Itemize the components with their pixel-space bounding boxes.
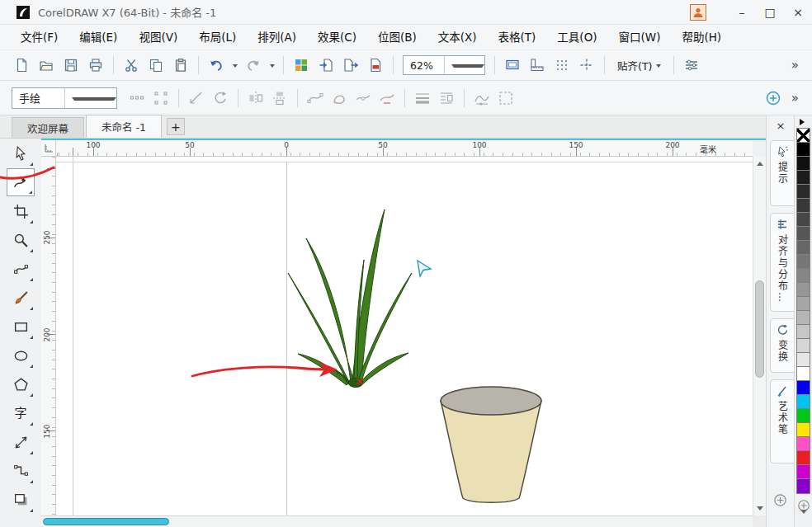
new-tab-button[interactable]: + [167, 118, 185, 135]
tool-freehand[interactable] [7, 168, 35, 196]
minimize-button[interactable]: – [728, 0, 756, 25]
menu-help[interactable]: 帮助(H) [671, 25, 732, 49]
preset-dropdown-button[interactable] [64, 88, 117, 108]
object-position-button[interactable] [126, 87, 148, 109]
full-screen-preview-button[interactable] [501, 54, 524, 77]
close-curve-button[interactable] [328, 87, 350, 109]
outline-width-button[interactable] [412, 87, 433, 109]
show-guidelines-button[interactable] [575, 54, 598, 77]
palette-swatch[interactable] [797, 157, 810, 171]
palette-swatch[interactable] [797, 199, 810, 213]
tool-ellipse[interactable] [7, 341, 35, 369]
export-button[interactable] [339, 54, 362, 77]
angle-of-rotation-button[interactable] [210, 87, 231, 109]
scale-factor-button[interactable] [186, 87, 207, 109]
menu-tools[interactable]: 工具(O) [546, 25, 607, 49]
tool-preset-combobox[interactable]: 手绘 [12, 87, 117, 109]
open-button[interactable] [35, 54, 58, 77]
palette-swatch[interactable] [797, 171, 810, 185]
palette-swatch[interactable] [797, 297, 810, 311]
undo-dropdown[interactable] [229, 54, 240, 77]
horizontal-scrollbar[interactable] [41, 515, 753, 527]
palette-swatch[interactable] [797, 185, 810, 199]
tab-untitled-1[interactable]: 未命名 -1 [86, 115, 162, 138]
quick-customize-add-button[interactable] [762, 87, 784, 109]
flower-pot-drawing[interactable] [441, 387, 541, 502]
publish-pdf-button[interactable] [364, 54, 387, 77]
palette-swatch-none[interactable] [797, 129, 810, 143]
palette-swatch[interactable] [797, 241, 810, 255]
palette-swatch[interactable] [797, 381, 810, 395]
object-size-button[interactable] [150, 87, 172, 109]
scroll-down-button[interactable] [753, 502, 767, 515]
paste-button[interactable] [169, 54, 192, 77]
tool-connector[interactable] [7, 457, 35, 485]
reduce-nodes-button[interactable] [376, 87, 398, 109]
palette-swatch[interactable] [797, 255, 810, 269]
palette-scroll-down-button[interactable] [800, 514, 807, 525]
ruler-origin-corner[interactable] [41, 140, 56, 157]
new-document-button[interactable] [10, 54, 33, 77]
palette-swatch[interactable] [797, 409, 810, 423]
menu-layout[interactable]: 布局(L) [188, 25, 247, 49]
menu-view[interactable]: 视图(V) [128, 25, 188, 49]
show-grid-button[interactable] [550, 54, 574, 77]
tool-shape-edit[interactable] [7, 255, 35, 283]
toolbar-overflow-button[interactable]: » [786, 58, 804, 73]
user-account-icon[interactable] [690, 4, 706, 21]
docker-tab-transform[interactable]: 变换 [770, 318, 794, 373]
tool-rectangle[interactable] [7, 313, 35, 341]
menu-table[interactable]: 表格(T) [488, 25, 547, 49]
maximize-button[interactable]: □ [756, 0, 784, 25]
mirror-vertical-button[interactable] [269, 87, 290, 109]
palette-swatch[interactable] [797, 451, 810, 465]
zoom-dropdown-button[interactable] [444, 56, 485, 74]
palette-swatch[interactable] [797, 353, 810, 367]
palette-swatch[interactable] [797, 465, 810, 479]
tab-welcome-screen[interactable]: 欢迎屏幕 [12, 117, 84, 138]
mirror-horizontal-button[interactable] [245, 87, 267, 109]
options-button[interactable] [680, 54, 703, 77]
palette-swatch[interactable] [797, 311, 810, 325]
tool-zoom[interactable] [7, 226, 35, 254]
tool-drop-shadow[interactable] [7, 486, 35, 514]
redo-button[interactable] [242, 54, 265, 77]
docker-tab-hints[interactable]: 提示 [770, 140, 794, 206]
docker-customize-button[interactable] [773, 493, 787, 507]
tool-pick[interactable] [7, 139, 35, 167]
zoom-level-combobox[interactable]: 62% [403, 55, 485, 75]
smooth-curve-button[interactable] [352, 87, 374, 109]
print-button[interactable] [84, 54, 107, 77]
snap-dropdown[interactable]: 贴齐(T) [611, 54, 668, 76]
palette-swatch[interactable] [797, 213, 810, 227]
toolbox-customize-button[interactable] [7, 520, 35, 527]
propbar-overflow-button[interactable]: » [786, 91, 804, 106]
horizontal-scroll-thumb[interactable] [43, 518, 169, 525]
undo-button[interactable] [205, 54, 228, 77]
menu-file[interactable]: 文件(F) [10, 25, 68, 49]
menu-window[interactable]: 窗口(W) [608, 25, 672, 49]
tool-text[interactable]: 字 [7, 399, 35, 427]
palette-swatch[interactable] [797, 395, 810, 409]
save-button[interactable] [59, 54, 83, 77]
show-rulers-button[interactable] [526, 54, 549, 77]
tool-artistic-media[interactable] [7, 284, 35, 312]
app-launcher-button[interactable] [290, 54, 313, 77]
docker-tab-artistic-media[interactable]: 艺术笔 [770, 379, 794, 463]
wrap-text-button[interactable] [436, 87, 457, 109]
palette-swatch[interactable] [797, 339, 810, 353]
vertical-ruler[interactable]: 250 200 150 [41, 157, 56, 515]
palette-swatch[interactable] [797, 367, 810, 381]
copy-button[interactable] [144, 54, 168, 77]
palette-swatch[interactable] [797, 423, 810, 437]
drawing-canvas[interactable] [56, 157, 753, 515]
scroll-up-button[interactable] [753, 157, 767, 170]
menu-text[interactable]: 文本(X) [427, 25, 488, 49]
redo-dropdown[interactable] [267, 54, 277, 77]
tool-parallel-dimension[interactable] [7, 428, 35, 456]
docker-tab-align-distribute[interactable]: 对齐与分布… [770, 213, 794, 312]
vertical-scrollbar[interactable] [753, 157, 766, 515]
palette-swatch[interactable] [797, 283, 810, 297]
freehand-smoothing-button[interactable] [471, 87, 493, 109]
freehand-curve-button[interactable] [304, 87, 326, 109]
